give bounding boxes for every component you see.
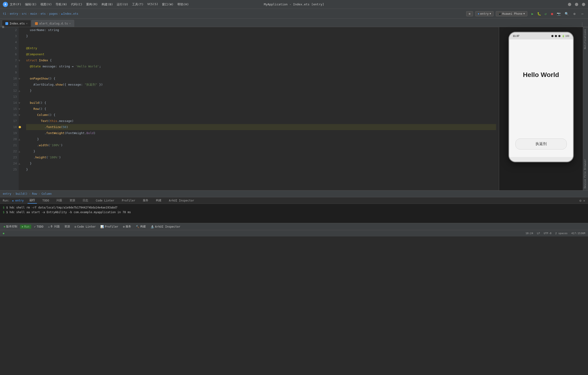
terminal-line-1: $ $ hdc shell rm -rf data/local/tmp/a1e9… — [3, 205, 585, 210]
device-selector[interactable]: 📱 Huawei Phone ▼ — [496, 11, 527, 16]
tab-bar-right: ⋮ — [580, 22, 584, 27]
terminal-header: Run: ◆ entry 运行 TODO 问题 资源 日志 Code Linte… — [0, 197, 588, 204]
device-file-browser-tab[interactable]: Device File Browser — [583, 157, 588, 190]
breadcrumb-src[interactable]: src — [22, 12, 27, 15]
close-button[interactable] — [582, 3, 585, 6]
menu-build[interactable]: 构建(B) — [102, 2, 113, 7]
bc-column[interactable]: Column — [42, 192, 52, 195]
code-linter-btn[interactable]: ◎ Code Linter — [73, 224, 98, 229]
menu-navigate[interactable]: 导航(N) — [55, 2, 67, 7]
tab-menu-icon[interactable]: ⋮ — [580, 22, 584, 27]
menu-refactor[interactable]: 重构(R) — [86, 2, 97, 7]
resources-btn[interactable]: 资源 — [63, 224, 72, 229]
status-bar-right: 18:24 LF UTF-8 2 spaces 417:1536M — [525, 232, 585, 235]
stop-button[interactable]: ■ — [549, 11, 555, 17]
bc-row[interactable]: Row — [32, 192, 37, 195]
line-numbers: 2 3 4 5 6 7 8 9 10 11 12 13 14 15 16 17 … — [7, 27, 19, 190]
menu-bar[interactable]: 文件(F) 编辑(E) 视图(V) 导航(N) 代码(C) 重构(R) 构建(B… — [10, 2, 189, 7]
settings-gear-icon[interactable]: ⚙ — [572, 11, 577, 17]
tab-index-ets[interactable]: Index.ets ✕ — [2, 20, 31, 27]
code-line-6: @Component — [26, 51, 496, 57]
bookmark-icon[interactable]: 书签 — [1, 28, 6, 33]
status-time: 18:24 — [525, 232, 533, 235]
problems-btn[interactable]: ⚠ 0 问题 — [46, 224, 62, 229]
menu-view[interactable]: 视图(V) — [40, 2, 52, 7]
maximize-button[interactable] — [575, 3, 578, 6]
terminal-tab-log[interactable]: 日志 — [81, 198, 90, 203]
phone-action-button: 执返剂 — [515, 139, 567, 150]
terminal-tab-problems[interactable]: 问题 — [55, 198, 64, 203]
menu-code[interactable]: 代码(C) — [71, 2, 82, 7]
status-lf[interactable]: LF — [537, 232, 540, 235]
search-everywhere-icon[interactable]: 🔍 — [564, 11, 569, 17]
tab-bar: Index.ets ✕ alert_dialog.d.ts ✕ ⋮ — [0, 19, 588, 27]
phone-bottom-bar — [509, 157, 573, 162]
run-label: Run: ◆ entry — [3, 199, 24, 202]
phone-camera-dot-3 — [558, 35, 560, 37]
breakpoint-18-icon[interactable] — [19, 126, 21, 128]
entry-selector[interactable]: ◆ entry ▼ — [475, 11, 494, 16]
notifications-panel-tab[interactable]: Notifications — [583, 27, 588, 51]
window-title: MyApplication - Index.ets [entry] — [264, 3, 324, 6]
breadcrumb-entry[interactable]: entry — [10, 12, 18, 15]
terminal-tab-resources[interactable]: 资源 — [68, 198, 77, 203]
phone-preview-panel: 11:37 🔋 100 Hello World 执返剂 — [499, 27, 583, 190]
code-line-14: build() { — [26, 100, 496, 106]
run-btn-bottom[interactable]: ▶ Run — [20, 224, 31, 229]
code-line-13 — [26, 94, 496, 100]
fold-15-icon: ▽ — [19, 108, 20, 110]
arkui-inspector-btn[interactable]: 🔬 ArkUI Inspector — [149, 224, 182, 229]
settings-icon-btn[interactable]: ⚙ — [466, 11, 473, 16]
tab-alert-dialog[interactable]: alert_dialog.d.ts ✕ — [32, 20, 74, 27]
terminal-tab-build[interactable]: 构建 — [154, 198, 163, 203]
phone-battery: 🔋 100 — [562, 35, 569, 37]
terminal-tab-code-linter[interactable]: Code Linter — [94, 198, 116, 203]
version-control-btn[interactable]: ● 版本控制 — [2, 224, 19, 229]
phone-camera-dot-2 — [555, 35, 557, 37]
status-indicator-icon: ● — [3, 232, 4, 235]
breadcrumb-t1[interactable]: t1 — [3, 12, 6, 15]
terminal-tab-arkui[interactable]: ArkUI Inspector — [167, 198, 196, 203]
terminal-content: $ $ hdc shell rm -rf data/local/tmp/a1e9… — [0, 204, 588, 223]
code-line-9 — [26, 70, 496, 76]
menu-edit[interactable]: 编辑(E) — [25, 2, 36, 7]
minimize-button[interactable] — [568, 3, 571, 6]
menu-window[interactable]: 窗口(W) — [162, 2, 173, 7]
menu-run[interactable]: 运行(U) — [117, 2, 128, 7]
terminal-tab-profiler[interactable]: Profiler — [120, 198, 137, 203]
terminal-tab-run[interactable]: 运行 — [28, 197, 37, 203]
todo-btn[interactable]: ✓ TODO — [32, 224, 45, 229]
terminal-tab-services[interactable]: 服务 — [141, 198, 150, 203]
run-debug-button[interactable]: 🐛 — [536, 11, 542, 17]
code-editor[interactable]: 2 3 4 5 6 7 8 9 10 11 12 13 14 15 16 17 … — [7, 27, 499, 190]
terminal-tab-todo[interactable]: TODO — [41, 198, 51, 203]
menu-vcs[interactable]: VCS(S) — [147, 2, 158, 7]
tab-close-alert[interactable]: ✕ — [69, 22, 71, 25]
breadcrumb-pages[interactable]: pages — [49, 12, 58, 15]
ets-file-icon — [5, 22, 8, 25]
tab-close-index[interactable]: ✕ — [26, 22, 28, 25]
menu-tools[interactable]: 工具(T) — [132, 2, 144, 7]
status-encoding[interactable]: UTF-8 — [544, 232, 551, 235]
menu-help[interactable]: 帮助(H) — [177, 2, 189, 7]
terminal-close-icon[interactable]: ✕ — [583, 199, 585, 203]
status-spaces[interactable]: 2 spaces — [555, 232, 567, 235]
code-content[interactable]: userName: string } @Entry @Component str… — [23, 27, 499, 190]
bc-build[interactable]: build() — [16, 192, 28, 195]
run-button[interactable]: ▶ — [530, 11, 535, 17]
hot-reload-button[interactable]: ↺ — [543, 11, 548, 17]
breadcrumb-main[interactable]: main — [30, 12, 37, 15]
bc-entry[interactable]: entry — [3, 192, 11, 195]
menu-file[interactable]: 文件(F) — [10, 2, 21, 7]
breadcrumb-file[interactable]: ◆Index.ets — [61, 12, 78, 15]
code-line-8: @State message: string = 'Hello World'; — [26, 63, 496, 70]
right-side-panels: Notifications Device File Browser — [583, 27, 588, 190]
code-line-21: .width('100%') — [26, 142, 496, 148]
more-options-icon[interactable]: ⋯ — [580, 11, 585, 17]
build-btn[interactable]: 🔨 构建 — [134, 224, 148, 229]
profiler-btn[interactable]: 📊 Profiler — [98, 224, 120, 229]
screenshot-button[interactable]: 📷 — [556, 11, 561, 17]
terminal-settings-icon[interactable]: ⚙ — [579, 199, 581, 203]
services-btn[interactable]: ⚙ 服务 — [121, 224, 133, 229]
breadcrumb-ets[interactable]: ets — [41, 12, 46, 15]
